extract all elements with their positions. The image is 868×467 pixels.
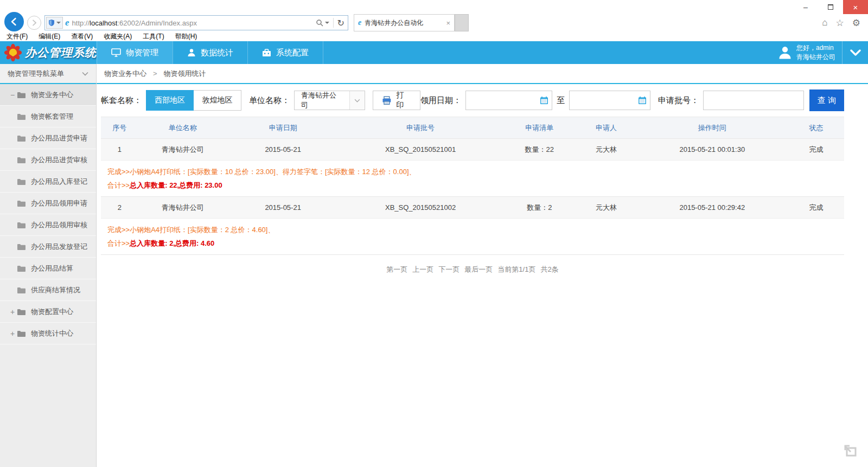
nav-item-statistics[interactable]: 数据统计 bbox=[173, 41, 247, 64]
browser-tab[interactable]: e 青海钻井办公自动化 × bbox=[354, 14, 455, 31]
sidebar-item-label: 办公用品入库登记 bbox=[31, 177, 87, 187]
user-greeting: 您好，admin bbox=[796, 43, 835, 53]
home-icon[interactable]: ⌂ bbox=[822, 17, 827, 29]
folder-icon bbox=[17, 221, 26, 229]
sidebar-item-material-config-center[interactable]: + 物资配置中心 bbox=[0, 301, 96, 323]
breadcrumb-current: 物资领用统计 bbox=[164, 69, 206, 79]
table-row[interactable]: 2 青海钻井公司 2015-05-21 XB_SQ_20150521002 数量… bbox=[101, 197, 844, 219]
cell-unit-name: 青海钻井公司 bbox=[138, 197, 227, 219]
briefcase-icon bbox=[262, 49, 271, 57]
sidebar-item-account-set-mgmt[interactable]: 物资帐套管理 bbox=[0, 106, 96, 127]
app-title: 办公管理系统 bbox=[25, 45, 97, 60]
nav-item-label: 数据统计 bbox=[201, 48, 233, 58]
table-row[interactable]: 1 青海钻井公司 2015-05-21 XB_SQ_20150521001 数量… bbox=[101, 139, 844, 161]
calendar-icon[interactable] bbox=[540, 96, 548, 105]
sidebar-item-label: 办公用品结算 bbox=[31, 264, 73, 273]
date-range-label: 领用日期： bbox=[420, 95, 461, 106]
sidebar-header-label: 物资管理导航菜单 bbox=[8, 69, 64, 79]
sidebar-item-purchase-review[interactable]: 办公用品进货审核 bbox=[0, 149, 96, 171]
sidebar-item-material-business-center[interactable]: − 物资业务中心 bbox=[0, 84, 96, 106]
sidebar-item-supplier-settlement[interactable]: 供应商结算情况 bbox=[0, 279, 96, 301]
breadcrumb-parent[interactable]: 物资业务中心 bbox=[104, 69, 146, 79]
new-tab-button[interactable] bbox=[455, 14, 469, 31]
page-first[interactable]: 第一页 bbox=[386, 265, 407, 274]
sidebar-item-settlement[interactable]: 办公用品结算 bbox=[0, 258, 96, 279]
back-button[interactable] bbox=[4, 12, 24, 31]
menu-help[interactable]: 帮助(H) bbox=[175, 32, 197, 41]
detail-total-value: 总入库数量: 22,总费用: 23.00 bbox=[130, 181, 222, 189]
cell-apply-date: 2015-05-21 bbox=[227, 139, 339, 161]
tab-close-icon[interactable]: × bbox=[446, 19, 450, 27]
sidebar-item-material-statistics-center[interactable]: + 物资统计中心 bbox=[0, 323, 96, 344]
menu-view[interactable]: 查看(V) bbox=[71, 32, 93, 41]
cell-operate-time: 2015-05-21 00:01:30 bbox=[636, 139, 788, 161]
page-total-info: 共2条 bbox=[540, 265, 558, 274]
toggle-west-region[interactable]: 西部地区 bbox=[146, 90, 194, 111]
folder-icon bbox=[17, 178, 26, 185]
chevron-down-icon bbox=[82, 72, 88, 76]
folder-icon bbox=[17, 265, 26, 272]
favorites-star-icon[interactable]: ☆ bbox=[836, 17, 844, 29]
nav-item-materials[interactable]: 物资管理 bbox=[97, 41, 173, 64]
browser-menu-bar: 文件(F) 编辑(E) 查看(V) 收藏夹(A) 工具(T) 帮助(H) bbox=[0, 31, 868, 41]
cell-seq: 1 bbox=[101, 139, 138, 161]
back-arrow-icon bbox=[9, 17, 19, 27]
col-batch-number: 申请批号 bbox=[339, 117, 502, 139]
print-button[interactable]: 打印 bbox=[373, 91, 420, 110]
sidebar-item-distribution-register[interactable]: 办公用品发放登记 bbox=[0, 236, 96, 258]
sidebar-item-purchase-request[interactable]: 办公用品进货申请 bbox=[0, 127, 96, 149]
expand-plus-icon[interactable]: + bbox=[8, 308, 17, 316]
pagination: 第一页 上一页 下一页 最后一页 当前第1/1页 共2条 bbox=[101, 265, 844, 274]
popout-resize-icon[interactable] bbox=[843, 443, 858, 460]
batch-number-field[interactable] bbox=[703, 91, 804, 110]
user-info[interactable]: 您好，admin 青海钻井公司 bbox=[771, 41, 842, 64]
collapse-minus-icon[interactable]: − bbox=[8, 91, 17, 99]
menu-favorites[interactable]: 收藏夹(A) bbox=[104, 32, 132, 41]
settings-gear-icon[interactable]: ⚙ bbox=[852, 17, 860, 29]
cell-applicant: 元大林 bbox=[577, 139, 636, 161]
search-caret-icon[interactable] bbox=[325, 22, 329, 24]
query-button[interactable]: 查 询 bbox=[809, 89, 844, 111]
page-last[interactable]: 最后一页 bbox=[464, 265, 493, 274]
print-label: 打印 bbox=[396, 91, 411, 110]
page-next[interactable]: 下一页 bbox=[438, 265, 459, 274]
user-menu-toggle[interactable] bbox=[842, 41, 868, 64]
toggle-dunhuang-region[interactable]: 敦煌地区 bbox=[194, 90, 241, 111]
sidebar-item-requisition-review[interactable]: 办公用品领用审核 bbox=[0, 214, 96, 236]
page-prev[interactable]: 上一页 bbox=[412, 265, 433, 274]
menu-file[interactable]: 文件(F) bbox=[7, 32, 28, 41]
unit-select[interactable]: 青海钻井公司 bbox=[294, 91, 365, 110]
date-from-input[interactable] bbox=[469, 97, 540, 105]
requisition-table: 序号 单位名称 申请日期 申请批号 申请清单 申请人 操作时间 状态 1 青海钻… bbox=[101, 117, 844, 255]
nav-item-system-config[interactable]: 系统配置 bbox=[247, 41, 323, 64]
minimize-button[interactable]: – bbox=[793, 0, 818, 14]
maximize-button[interactable] bbox=[818, 0, 843, 14]
refresh-icon[interactable]: ↻ bbox=[337, 18, 344, 28]
col-apply-list: 申请清单 bbox=[502, 117, 577, 139]
address-bar[interactable]: e http://localhost:62002/Admin/Index.asp… bbox=[44, 15, 348, 30]
menu-tools[interactable]: 工具(T) bbox=[143, 32, 164, 41]
chevron-down-icon bbox=[850, 49, 861, 56]
date-from-field[interactable] bbox=[465, 91, 552, 110]
cell-apply-list: 数量：22 bbox=[502, 139, 577, 161]
date-to-field[interactable] bbox=[569, 91, 650, 110]
shield-icon bbox=[48, 19, 55, 27]
close-button[interactable]: × bbox=[843, 0, 868, 14]
search-icon[interactable] bbox=[316, 19, 323, 27]
forward-button[interactable] bbox=[27, 16, 41, 30]
batch-number-input[interactable] bbox=[707, 97, 800, 105]
select-caret[interactable] bbox=[349, 91, 365, 110]
sidebar-item-warehouse-entry[interactable]: 办公用品入库登记 bbox=[0, 171, 96, 193]
unit-select-value: 青海钻井公司 bbox=[295, 91, 349, 110]
menu-edit[interactable]: 编辑(E) bbox=[39, 32, 60, 41]
date-to-input[interactable] bbox=[573, 97, 638, 105]
calendar-icon[interactable] bbox=[638, 96, 647, 105]
sidebar: 物资管理导航菜单 − 物资业务中心 物资帐套管理 办公用品进货申请 办公用品进货… bbox=[0, 64, 97, 467]
detail-items-line: 完成>>小钢炮A4打印纸：[实际数量：2 总价：4.60]、 bbox=[107, 223, 838, 236]
detail-total-prefix: 合计>> bbox=[107, 181, 130, 189]
sidebar-header[interactable]: 物资管理导航菜单 bbox=[0, 64, 96, 84]
sidebar-item-requisition-request[interactable]: 办公用品领用申请 bbox=[0, 193, 96, 214]
expand-plus-icon[interactable]: + bbox=[8, 329, 17, 338]
folder-icon bbox=[17, 91, 26, 99]
security-shield-dropdown[interactable] bbox=[46, 17, 63, 29]
